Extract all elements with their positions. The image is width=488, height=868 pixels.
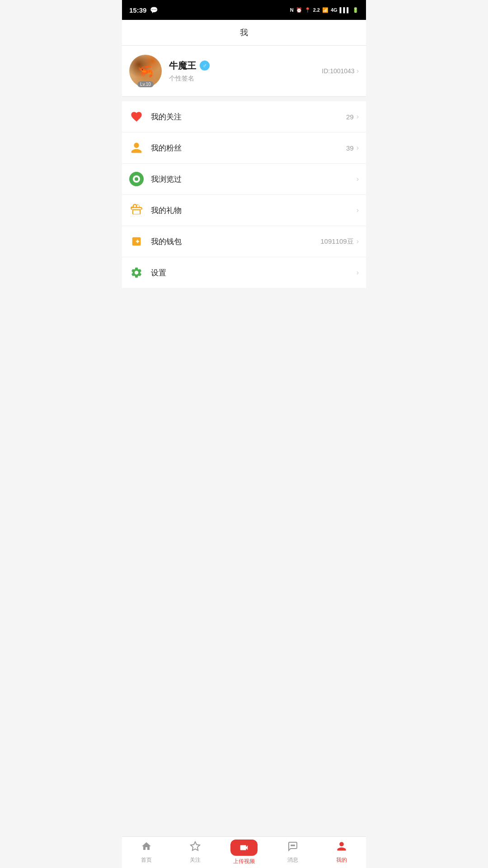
wallet-value: 1091109豆 <box>320 237 353 246</box>
status-bar-right: N ⏰ 📍 2.2 📶 4G ▌▌▌ 🔋 <box>290 7 359 13</box>
status-bar: 15:39 💬 N ⏰ 📍 2.2 📶 4G ▌▌▌ 🔋 <box>122 0 366 20</box>
content-area: 🦐 Lv.10 牛魔王 ♂ 个性签名 ID:1001043 › <box>122 46 366 329</box>
status-bar-left: 15:39 💬 <box>129 6 158 14</box>
wechat-icon: 💬 <box>150 6 158 14</box>
following-count: 29 <box>346 113 354 121</box>
wallet-chevron-icon: › <box>357 237 359 245</box>
nfc-icon: N <box>290 7 294 13</box>
battery-icon: 🔋 <box>352 7 359 13</box>
profile-id[interactable]: ID:1001043 › <box>322 67 359 75</box>
menu-item-gifts[interactable]: 我的礼物 › <box>122 195 366 226</box>
gear-icon <box>129 265 144 280</box>
wifi-icon: 📶 <box>322 7 328 13</box>
following-label: 我的关注 <box>151 112 346 122</box>
profile-section[interactable]: 🦐 Lv.10 牛魔王 ♂ 个性签名 ID:1001043 › <box>122 46 366 97</box>
gender-icon: ♂ <box>200 61 210 71</box>
menu-item-settings[interactable]: 设置 › <box>122 257 366 288</box>
signal-bars: ▌▌▌ <box>340 7 350 13</box>
browsed-chevron-icon: › <box>357 175 359 183</box>
page-title: 我 <box>240 28 248 37</box>
profile-id-text: ID:1001043 <box>322 67 354 75</box>
browsed-label: 我浏览过 <box>151 174 354 184</box>
page-header: 我 <box>122 20 366 46</box>
signal-4g: 4G <box>331 7 338 13</box>
menu-item-following[interactable]: 我的关注 29 › <box>122 101 366 132</box>
fans-count: 39 <box>346 144 354 152</box>
menu-item-fans[interactable]: 我的粉丝 39 › <box>122 132 366 164</box>
wallet-icon <box>129 234 144 249</box>
gift-icon <box>129 203 144 217</box>
profile-info: 牛魔王 ♂ 个性签名 <box>169 60 322 83</box>
profile-chevron-icon: › <box>357 67 359 75</box>
profile-name: 牛魔王 <box>169 60 196 72</box>
gifts-chevron-icon: › <box>357 206 359 214</box>
location-icon: 📍 <box>305 7 311 13</box>
status-time: 15:39 <box>129 6 146 14</box>
fans-icon <box>129 141 144 155</box>
avatar-container: 🦐 Lv.10 <box>129 55 162 87</box>
menu-list: 我的关注 29 › 我的粉丝 39 › 我浏 <box>122 101 366 288</box>
menu-item-browsed[interactable]: 我浏览过 › <box>122 164 366 195</box>
fans-label: 我的粉丝 <box>151 143 346 153</box>
gifts-label: 我的礼物 <box>151 205 354 216</box>
speed-label: 2.2 <box>313 7 320 13</box>
settings-label: 设置 <box>151 268 354 278</box>
wallet-label: 我的钱包 <box>151 236 320 247</box>
avatar-emoji: 🦐 <box>138 64 154 79</box>
profile-bio: 个性签名 <box>169 75 322 83</box>
menu-item-wallet[interactable]: 我的钱包 1091109豆 › <box>122 226 366 257</box>
profile-name-row: 牛魔王 ♂ <box>169 60 322 72</box>
level-badge: Lv.10 <box>137 81 154 87</box>
fans-chevron-icon: › <box>357 144 359 152</box>
heart-icon <box>129 109 144 124</box>
following-chevron-icon: › <box>357 113 359 121</box>
gender-symbol: ♂ <box>202 62 207 69</box>
settings-chevron-icon: › <box>357 269 359 277</box>
alarm-icon: ⏰ <box>296 7 302 13</box>
eye-icon <box>129 172 144 186</box>
